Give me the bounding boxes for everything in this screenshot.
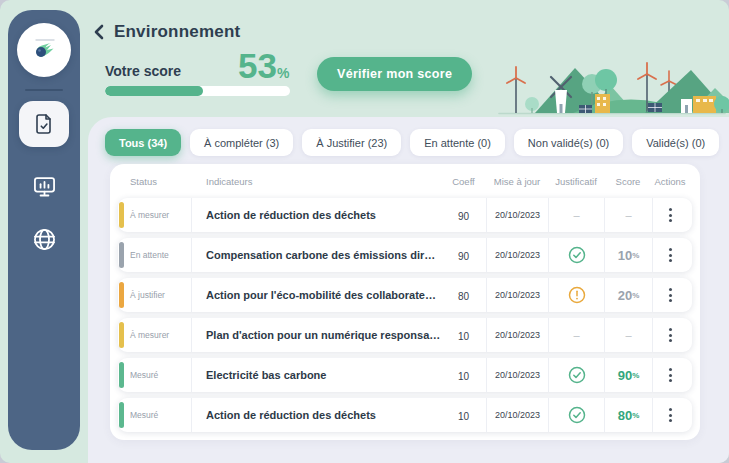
row-actions-kebab-button[interactable] (663, 322, 678, 348)
coeff-value: 90 (458, 251, 469, 262)
coeff-cell: 80 (441, 286, 486, 304)
coeff-cell: 10 (441, 406, 486, 424)
comet-logo[interactable] (17, 23, 71, 77)
coeff-cell: 10 (441, 366, 486, 384)
back-chevron-icon[interactable] (92, 24, 106, 40)
score-cell: 90% (604, 358, 652, 392)
updated-date: 20/10/2023 (495, 330, 540, 340)
status-badge: En attente (130, 250, 169, 260)
score-value: – (625, 209, 631, 221)
updated-date: 20/10/2023 (495, 370, 540, 380)
document-check-icon (32, 112, 56, 136)
status-accent-bar (119, 402, 124, 428)
sidebar-item-dashboard[interactable] (31, 173, 58, 200)
score-cell: – (604, 318, 652, 352)
status-badge: À mesurer (130, 330, 169, 340)
status-badge: Mesuré (130, 370, 158, 380)
actions-cell (652, 198, 688, 232)
status-cell: À justifier (130, 278, 192, 312)
tab-a-justifier[interactable]: À Justifier (23) (302, 129, 401, 156)
status-cell: À mesurer (130, 318, 192, 352)
coeff-value: 10 (458, 331, 469, 342)
status-badge: À justifier (130, 290, 165, 300)
status-accent-bar (119, 362, 124, 388)
score-cell: 20% (604, 278, 652, 312)
filter-tabs: Tous (34) À compléter (3) À Justifier (2… (105, 129, 719, 156)
row-actions-kebab-button[interactable] (663, 402, 678, 428)
score-number: 53 (238, 46, 277, 85)
status-cell: En attente (130, 238, 192, 272)
actions-cell (652, 278, 688, 312)
row-actions-kebab-button[interactable] (663, 242, 678, 268)
column-header-indicator: Indicateurs (192, 176, 441, 187)
row-actions-kebab-button[interactable] (663, 282, 678, 308)
score-unit: % (632, 251, 639, 260)
coeff-value: 90 (458, 211, 469, 222)
justificatif-empty-dash: – (573, 209, 579, 221)
updated-date: 20/10/2023 (495, 210, 540, 220)
tab-en-attente[interactable]: En attente (0) (410, 129, 505, 156)
date-cell: 20/10/2023 (486, 198, 548, 232)
column-header-updated: Mise à jour (486, 176, 548, 187)
status-accent-bar (119, 282, 124, 308)
date-cell: 20/10/2023 (486, 398, 548, 432)
justificatif-cell: – (548, 318, 604, 352)
column-header-actions: Actions (652, 176, 688, 187)
column-header-status: Status (130, 176, 192, 187)
justificatif-empty-dash: – (573, 329, 579, 341)
sidebar-divider (25, 89, 63, 91)
justificatif-cell (548, 238, 604, 272)
column-header-justificatif: Justificatif (548, 176, 604, 187)
status-cell: Mesuré (130, 398, 192, 432)
table-row[interactable]: En attente Compensation carbone des émis… (118, 238, 692, 272)
table-row[interactable]: À justifier Action pour l'éco-mobilité d… (118, 278, 692, 312)
indicator-cell: Electricité bas carbone (192, 369, 441, 381)
indicator-cell: Compensation carbone des émissions direc… (192, 249, 441, 261)
score-value: 90 (618, 368, 632, 383)
row-actions-kebab-button[interactable] (663, 362, 678, 388)
date-cell: 20/10/2023 (486, 318, 548, 352)
actions-cell (652, 238, 688, 272)
table-header: Status Indicateurs Coeff Mise à jour Jus… (118, 164, 692, 198)
status-accent-bar (119, 322, 124, 348)
verify-score-button[interactable]: Vérifier mon score (317, 57, 472, 91)
indicator-name: Electricité bas carbone (206, 369, 441, 381)
indicator-name: Plan d'action pour un numérique responsa… (206, 329, 441, 341)
tab-tous[interactable]: Tous (34) (105, 129, 181, 156)
status-cell: À mesurer (130, 198, 192, 232)
score-value: – (625, 329, 631, 341)
table-row[interactable]: À mesurer Action de réduction des déchet… (118, 198, 692, 232)
score-value: 20 (618, 288, 632, 303)
actions-cell (652, 318, 688, 352)
sidebar-item-global[interactable] (31, 226, 58, 253)
sidebar-item-indicators-active[interactable] (19, 101, 69, 147)
date-cell: 20/10/2023 (486, 238, 548, 272)
updated-date: 20/10/2023 (495, 250, 540, 260)
tab-valides[interactable]: Validé(s) (0) (632, 129, 719, 156)
globe-icon (31, 226, 58, 253)
row-actions-kebab-button[interactable] (663, 202, 678, 228)
table-row[interactable]: À mesurer Plan d'action pour un numériqu… (118, 318, 692, 352)
column-header-score: Score (604, 176, 652, 187)
justificatif-check-icon (568, 246, 586, 264)
score-value: 80 (618, 408, 632, 423)
coeff-value: 80 (458, 291, 469, 302)
coeff-cell: 90 (441, 206, 486, 224)
status-badge: À mesurer (130, 210, 169, 220)
indicator-cell: Action de réduction des déchets (192, 209, 441, 221)
score-unit: % (632, 371, 639, 380)
app-window: Environnement Votre score 53% Vérifier m… (0, 0, 729, 463)
table-row[interactable]: Mesuré Electricité bas carbone 10 20/10/… (118, 358, 692, 392)
status-accent-bar (119, 242, 124, 268)
table-row[interactable]: Mesuré Action de réduction des déchets 1… (118, 398, 692, 432)
score-progress-fill (105, 86, 203, 96)
page-title: Environnement (114, 22, 240, 42)
column-header-coeff: Coeff (441, 176, 486, 187)
justificatif-cell (548, 358, 604, 392)
eco-landscape-illustration (495, 56, 729, 118)
tab-a-completer[interactable]: À compléter (3) (190, 129, 293, 156)
tab-non-valides[interactable]: Non validé(s) (0) (514, 129, 623, 156)
score-unit: % (632, 291, 639, 300)
status-accent-bar (119, 202, 124, 228)
monitor-chart-icon (31, 173, 58, 200)
